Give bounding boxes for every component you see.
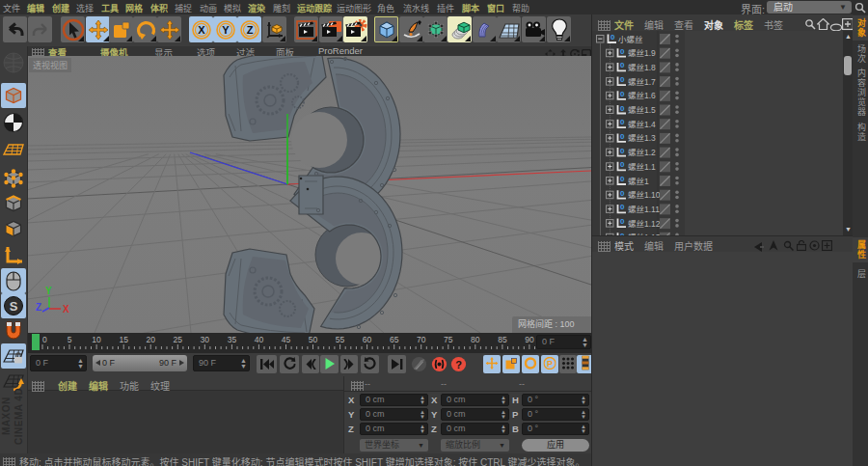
svg-text:Z: Z	[36, 302, 41, 313]
svg-text:85: 85	[498, 335, 507, 344]
svg-text:0: 0	[620, 203, 625, 211]
svg-text:0: 0	[620, 132, 625, 141]
svg-text:0: 0	[620, 104, 625, 113]
svg-text:15: 15	[119, 335, 128, 344]
svg-text:55: 55	[336, 335, 345, 344]
svg-text:P: P	[547, 359, 553, 369]
svg-text:Z: Z	[246, 24, 253, 36]
svg-text:60: 60	[363, 335, 372, 344]
svg-text:Y: Y	[45, 286, 52, 296]
svg-text:螺丝1.6: 螺丝1.6	[628, 91, 656, 100]
svg-text:螺丝1.9: 螺丝1.9	[628, 48, 656, 58]
svg-text:0: 0	[620, 147, 625, 155]
svg-text:45: 45	[282, 335, 291, 344]
svg-text:50: 50	[309, 335, 318, 344]
svg-text:螺丝1.4: 螺丝1.4	[628, 120, 656, 129]
svg-text:25: 25	[174, 335, 183, 344]
svg-text:0: 0	[620, 189, 625, 198]
svg-text:0: 0	[620, 118, 625, 126]
svg-text:5: 5	[68, 335, 72, 344]
svg-text:10: 10	[92, 335, 101, 344]
svg-text:0: 0	[620, 47, 625, 56]
svg-text:0: 0	[620, 175, 625, 183]
svg-text:80: 80	[471, 335, 480, 344]
svg-text:Y: Y	[222, 24, 230, 36]
svg-text:螺丝1: 螺丝1	[628, 177, 649, 186]
svg-text:70: 70	[417, 335, 426, 344]
svg-text:?: ?	[455, 359, 462, 370]
svg-text:65: 65	[390, 335, 399, 344]
svg-text:螺丝1.10: 螺丝1.10	[628, 190, 661, 200]
svg-text:0: 0	[42, 335, 47, 344]
svg-text:螺丝1.8: 螺丝1.8	[628, 63, 656, 72]
svg-text:螺丝1.5: 螺丝1.5	[628, 105, 656, 115]
svg-text:0: 0	[620, 90, 625, 98]
svg-text:0: 0	[610, 33, 615, 41]
svg-text:X: X	[63, 304, 69, 315]
svg-text:35: 35	[228, 335, 237, 344]
svg-text:螺丝1.11: 螺丝1.11	[628, 205, 660, 214]
svg-text:螺丝1.7: 螺丝1.7	[628, 77, 656, 87]
svg-text:30: 30	[201, 335, 210, 344]
svg-text:40: 40	[255, 335, 264, 344]
svg-text:0: 0	[620, 75, 625, 84]
svg-text:75: 75	[444, 335, 453, 344]
svg-text:螺丝1.12: 螺丝1.12	[628, 219, 661, 229]
svg-text:X: X	[198, 24, 205, 36]
svg-text:小螺丝: 小螺丝	[618, 35, 643, 44]
svg-text:0: 0	[620, 160, 625, 169]
svg-text:螺丝1.2: 螺丝1.2	[628, 148, 656, 157]
svg-text:90: 90	[525, 335, 534, 344]
svg-text:螺丝1.3: 螺丝1.3	[628, 133, 656, 143]
svg-text:20: 20	[146, 335, 155, 344]
svg-text:S: S	[10, 299, 18, 314]
svg-text:螺丝1.1: 螺丝1.1	[628, 162, 656, 172]
svg-text:0: 0	[620, 61, 625, 69]
svg-text:0: 0	[620, 217, 625, 226]
